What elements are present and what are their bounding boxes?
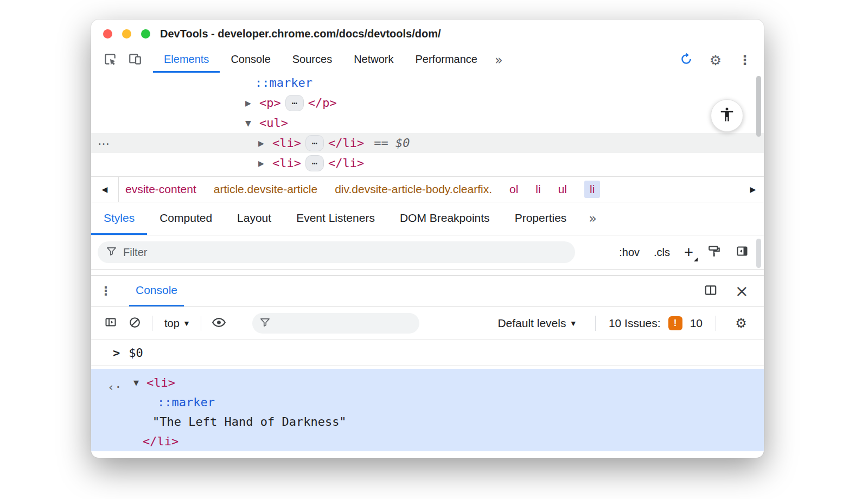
result-text-line[interactable]: "The Left Hand of Darkness"	[91, 412, 764, 432]
evaluated-expression-text: $0	[129, 346, 143, 360]
split-panel-button[interactable]	[704, 283, 718, 299]
zoom-window-button[interactable]	[141, 29, 150, 39]
li-open-tag: <li>	[272, 156, 301, 170]
result-li-open-line[interactable]: ▼<li>	[91, 373, 764, 393]
tab-event-listeners-label: Event Listeners	[296, 212, 375, 225]
collapsed-content-badge[interactable]: …	[305, 135, 324, 151]
split-panel-icon	[704, 290, 718, 299]
tab-properties[interactable]: Properties	[502, 202, 579, 235]
new-style-rule-button[interactable]: +	[684, 245, 693, 260]
issues-count-label[interactable]: 10 Issues:	[609, 317, 661, 330]
crumb-article[interactable]: article.devsite-article	[214, 183, 317, 196]
console-toolbar-right: Default levels ▼ 10 Issues: ! 10 ⚙	[491, 316, 756, 331]
accessibility-person-icon	[719, 106, 735, 125]
eye-button[interactable]	[207, 315, 231, 332]
tab-performance[interactable]: Performance	[405, 48, 489, 73]
console-evaluated-expression[interactable]: > $0	[91, 340, 764, 366]
close-window-button[interactable]	[103, 29, 112, 39]
chevron-right-icon: ▶	[750, 185, 756, 194]
tab-styles-label: Styles	[104, 212, 135, 225]
styles-filter-input[interactable]	[122, 246, 566, 259]
issues-count-value[interactable]: 10	[690, 317, 703, 330]
tab-layout-label: Layout	[237, 212, 271, 225]
overflow-dots-icon[interactable]: …	[98, 134, 110, 148]
inspect-element-button[interactable]	[98, 48, 123, 73]
tree-row-ul[interactable]: ▼<ul>	[91, 113, 764, 133]
tab-performance-label: Performance	[416, 53, 478, 66]
accessibility-floating-button[interactable]	[711, 99, 743, 132]
result-marker-line[interactable]: ::marker	[91, 393, 764, 412]
breadcrumb: evsite-content article.devsite-article d…	[125, 181, 600, 198]
clear-console-button[interactable]	[123, 316, 146, 331]
drawer-header-actions: ×	[704, 276, 764, 306]
sync-device-button[interactable]	[674, 52, 699, 68]
crumb-article-body[interactable]: div.devsite-article-body.clearfix.	[335, 183, 492, 196]
tab-network[interactable]: Network	[343, 48, 404, 73]
traffic-lights	[103, 29, 150, 39]
console-sidebar-button[interactable]	[99, 316, 123, 331]
dollar-zero-annotation: == $0	[374, 136, 410, 150]
inspect-cursor-icon	[103, 52, 117, 68]
drawer-tab-console[interactable]: Console	[129, 276, 184, 306]
minimize-window-button[interactable]	[122, 29, 131, 39]
toolbar-right-icons: ⚙ ⋮	[674, 48, 757, 73]
issues-warning-icon[interactable]: !	[668, 316, 682, 330]
more-sidebar-tabs-button[interactable]: »	[580, 202, 605, 235]
breadcrumb-scroll-left-button[interactable]: ◀	[91, 177, 119, 202]
tree-row-li[interactable]: ▶<li>…</li>	[91, 153, 764, 173]
element-classes-button[interactable]: .cls	[654, 246, 670, 259]
tab-event-listeners[interactable]: Event Listeners	[284, 202, 387, 235]
expand-arrow-icon[interactable]: ▶	[258, 159, 272, 168]
collapse-arrow-icon[interactable]: ▼	[133, 373, 146, 393]
console-sidebar-icon	[104, 316, 117, 331]
tab-dom-breakpoints[interactable]: DOM Breakpoints	[387, 202, 502, 235]
rendering-emulation-button[interactable]	[707, 244, 722, 261]
console-filter-input[interactable]	[275, 317, 420, 330]
devtools-menu-button[interactable]: ⋮	[732, 53, 757, 68]
crumb-li-selected[interactable]: li	[584, 181, 600, 198]
settings-button[interactable]: ⚙	[703, 53, 728, 68]
execution-context-selector[interactable]: top ▼	[158, 317, 195, 330]
tab-sources[interactable]: Sources	[282, 48, 343, 73]
expand-arrow-icon[interactable]: ▶	[245, 99, 259, 107]
collapse-arrow-icon[interactable]: ▼	[245, 119, 259, 127]
crumb-ol[interactable]: ol	[509, 183, 518, 196]
log-levels-selector[interactable]: Default levels ▼	[491, 317, 582, 330]
titlebar: DevTools - developer.chrome.com/docs/dev…	[91, 20, 764, 48]
collapsed-content-badge[interactable]: …	[305, 155, 324, 171]
tab-computed[interactable]: Computed	[147, 202, 225, 235]
drawer-menu-button[interactable]: ⋮	[91, 276, 120, 306]
tab-elements[interactable]: Elements	[153, 48, 220, 73]
crumb-devsite-content[interactable]: evsite-content	[125, 183, 196, 196]
console-settings-button[interactable]: ⚙	[729, 316, 753, 331]
expand-arrow-icon[interactable]: ▶	[258, 139, 272, 148]
tab-styles[interactable]: Styles	[91, 202, 147, 235]
panel-tabs: Elements Console Sources Network Perform…	[153, 48, 509, 73]
close-drawer-button[interactable]: ×	[735, 283, 749, 299]
styles-scrollbar[interactable]	[756, 239, 761, 268]
tree-row-li-selected[interactable]: … ▶<li>…</li>== $0	[91, 133, 764, 153]
crumb-ul[interactable]: ul	[558, 183, 567, 196]
tab-computed-label: Computed	[159, 212, 212, 225]
tab-console[interactable]: Console	[220, 48, 281, 73]
tab-console-label: Console	[231, 53, 270, 66]
console-result-block[interactable]: ‹· ▼<li> ::marker "The Left Hand of Dark…	[91, 369, 764, 451]
toggle-element-state-button[interactable]: :hov	[619, 246, 640, 259]
result-li-close-line[interactable]: </li>	[91, 432, 764, 451]
marker-pseudo-element: ::marker	[255, 76, 312, 89]
console-toolbar: top ▼ Default levels ▼ 10 Issues: ! 10	[91, 307, 764, 340]
tab-layout[interactable]: Layout	[225, 202, 284, 235]
tab-network-label: Network	[354, 53, 393, 66]
elements-scrollbar[interactable]	[756, 76, 761, 137]
device-toolbar-button[interactable]	[123, 48, 148, 73]
result-text-node: "The Left Hand of Darkness"	[152, 415, 347, 428]
li-close-tag: </li>	[328, 156, 364, 170]
p-open-tag: <p>	[259, 96, 281, 110]
tree-row-p[interactable]: ▶<p>…</p>	[91, 93, 764, 113]
dock-sidebar-button[interactable]	[736, 245, 749, 260]
tree-row-marker[interactable]: ::marker	[91, 73, 764, 93]
breadcrumb-scroll-right-button[interactable]: ▶	[742, 177, 764, 202]
collapsed-content-badge[interactable]: …	[285, 95, 304, 111]
more-tabs-button[interactable]: »	[488, 48, 509, 73]
crumb-li[interactable]: li	[535, 183, 540, 196]
